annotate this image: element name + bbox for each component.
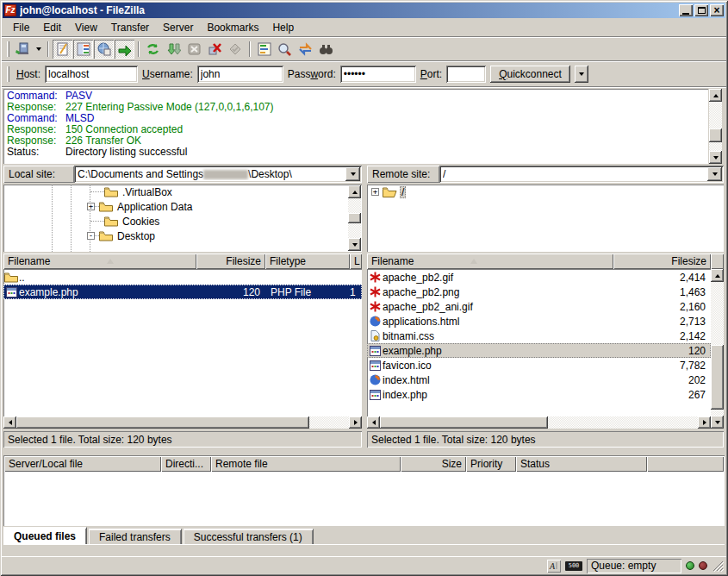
scrollbar-thumb[interactable] bbox=[711, 345, 724, 410]
file-row[interactable]: bitnami.css 2,142 bbox=[367, 329, 711, 343]
php-file-icon bbox=[6, 287, 17, 297]
scroll-up-button[interactable] bbox=[709, 89, 722, 102]
remote-directory-tree[interactable]: + / bbox=[367, 185, 724, 252]
username-input[interactable] bbox=[197, 66, 283, 83]
menu-transfer[interactable]: Transfer bbox=[104, 20, 156, 35]
file-row[interactable]: apache_pb2_ani.gif 2,160 bbox=[367, 299, 711, 314]
column-status[interactable]: Status bbox=[516, 456, 647, 472]
remote-file-list[interactable]: apache_pb2.gif 2,414 apache_pb2.png 1,46… bbox=[367, 269, 711, 416]
tree-item-application-data[interactable]: + Application Data bbox=[3, 199, 362, 214]
scroll-right-button[interactable] bbox=[698, 416, 711, 429]
scrollbar-thumb[interactable] bbox=[348, 213, 361, 223]
toggle-message-log-button[interactable] bbox=[53, 40, 72, 59]
expand-icon[interactable]: + bbox=[87, 203, 95, 210]
column-last-modified[interactable]: L bbox=[350, 254, 362, 269]
scroll-right-button[interactable] bbox=[349, 416, 362, 429]
file-row[interactable]: favicon.ico 7,782 bbox=[367, 358, 711, 373]
file-row[interactable]: index.html 202 bbox=[367, 373, 711, 387]
refresh-button[interactable] bbox=[143, 40, 163, 59]
scroll-down-button[interactable] bbox=[711, 416, 724, 429]
local-directory-tree[interactable]: .VirtualBox + Application Data Cookies -… bbox=[3, 185, 362, 252]
column-server-local-file[interactable]: Server/Local file bbox=[4, 456, 161, 472]
filename-filters-button[interactable] bbox=[254, 40, 274, 59]
tab-successful-transfers[interactable]: Successful transfers (1) bbox=[184, 529, 314, 544]
menu-bookmarks[interactable]: Bookmarks bbox=[200, 20, 265, 35]
log-scrollbar[interactable] bbox=[709, 89, 722, 164]
resize-grip[interactable] bbox=[712, 560, 724, 572]
scroll-left-button[interactable] bbox=[367, 416, 380, 429]
title-bar[interactable]: Fz john@localhost - FileZilla × bbox=[3, 3, 725, 18]
quickconnect-dropdown[interactable] bbox=[575, 66, 588, 83]
message-log[interactable]: Command:PASV Response:227 Entering Passi… bbox=[3, 89, 708, 164]
local-site-dropdown[interactable] bbox=[345, 167, 360, 181]
file-row[interactable]: apache_pb2.png 1,463 bbox=[367, 285, 711, 299]
collapse-icon[interactable]: - bbox=[87, 232, 95, 240]
quickconnect-grip[interactable] bbox=[7, 66, 9, 82]
remote-site-dropdown[interactable] bbox=[707, 167, 722, 181]
column-priority[interactable]: Priority bbox=[466, 456, 516, 472]
port-input[interactable] bbox=[446, 66, 486, 83]
host-input[interactable] bbox=[45, 66, 138, 83]
menu-server[interactable]: Server bbox=[156, 20, 200, 35]
file-row[interactable]: index.php 267 bbox=[367, 387, 711, 402]
directory-comparison-button[interactable] bbox=[275, 40, 295, 59]
toolbar-grip[interactable] bbox=[7, 41, 9, 57]
find-files-button[interactable] bbox=[316, 40, 336, 59]
menu-view[interactable]: View bbox=[68, 20, 104, 35]
scroll-left-button[interactable] bbox=[3, 416, 16, 429]
menu-file[interactable]: File bbox=[6, 20, 36, 35]
site-manager-dropdown[interactable] bbox=[34, 40, 44, 59]
local-tree-scrollbar[interactable] bbox=[348, 185, 361, 251]
scrollbar-thumb[interactable] bbox=[380, 416, 548, 429]
file-row-example-php[interactable]: example.php 120 PHP File 1 bbox=[3, 285, 362, 299]
local-site-combo[interactable]: C:\Documents and Settings\Desktop\ bbox=[74, 166, 362, 183]
scrollbar-thumb[interactable] bbox=[709, 128, 722, 142]
file-row[interactable]: applications.html 2,713 bbox=[367, 314, 711, 329]
menu-help[interactable]: Help bbox=[265, 20, 301, 35]
file-row-example-php[interactable]: example.php 120 bbox=[367, 343, 711, 358]
scroll-down-button[interactable] bbox=[348, 238, 361, 251]
maximize-button[interactable] bbox=[694, 4, 708, 16]
process-queue-button[interactable] bbox=[164, 40, 184, 59]
column-direction[interactable]: Directi... bbox=[161, 456, 211, 472]
tree-item-cookies[interactable]: Cookies bbox=[3, 214, 362, 229]
tree-item-desktop[interactable]: - Desktop bbox=[3, 229, 362, 243]
remote-list-hscrollbar[interactable] bbox=[367, 416, 711, 429]
tree-item-virtualbox[interactable]: .VirtualBox bbox=[3, 185, 362, 199]
column-remote-file[interactable]: Remote file bbox=[211, 456, 401, 472]
toggle-local-tree-button[interactable] bbox=[73, 40, 93, 59]
scroll-up-button[interactable] bbox=[348, 185, 361, 198]
disconnect-button[interactable] bbox=[205, 40, 225, 59]
quickconnect-button[interactable]: Quickconnect bbox=[490, 66, 570, 83]
remote-list-scrollbar[interactable] bbox=[711, 269, 724, 429]
local-list-hscrollbar[interactable] bbox=[3, 416, 362, 429]
transfer-queue[interactable]: Server/Local file Directi... Remote file… bbox=[3, 455, 725, 526]
close-button[interactable]: × bbox=[710, 4, 724, 16]
site-manager-button[interactable] bbox=[13, 40, 33, 59]
column-filesize[interactable]: Filesize bbox=[613, 254, 711, 269]
column-filetype[interactable]: Filetype bbox=[265, 254, 350, 269]
local-file-list[interactable]: .. example.php 120 PHP File 1 bbox=[3, 269, 362, 416]
scroll-up-button[interactable] bbox=[711, 269, 724, 282]
column-filesize[interactable]: Filesize bbox=[196, 254, 265, 269]
tab-queued-files[interactable]: Queued files bbox=[3, 527, 87, 544]
remote-site-combo[interactable]: / bbox=[439, 166, 724, 183]
file-row-parent[interactable]: .. bbox=[3, 270, 362, 285]
synchronized-browsing-button[interactable] bbox=[296, 40, 315, 59]
reconnect-button[interactable] bbox=[226, 40, 246, 59]
toggle-transfer-queue-button[interactable] bbox=[115, 40, 134, 59]
password-input[interactable] bbox=[340, 66, 416, 83]
expand-icon[interactable]: + bbox=[371, 188, 379, 196]
toggle-remote-tree-button[interactable] bbox=[94, 40, 114, 59]
column-size[interactable]: Size bbox=[401, 456, 466, 472]
cancel-operation-button[interactable] bbox=[184, 40, 204, 59]
minimize-button[interactable] bbox=[679, 4, 693, 16]
tab-failed-transfers[interactable]: Failed transfers bbox=[89, 529, 182, 544]
scroll-down-button[interactable] bbox=[709, 151, 722, 164]
file-row[interactable]: apache_pb2.gif 2,414 bbox=[367, 270, 711, 285]
menu-edit[interactable]: Edit bbox=[36, 20, 68, 35]
scrollbar-thumb[interactable] bbox=[16, 416, 309, 429]
tree-item-root[interactable]: + / bbox=[367, 185, 724, 199]
column-filename[interactable]: Filename bbox=[3, 254, 196, 269]
column-filename[interactable]: Filename bbox=[367, 254, 613, 269]
